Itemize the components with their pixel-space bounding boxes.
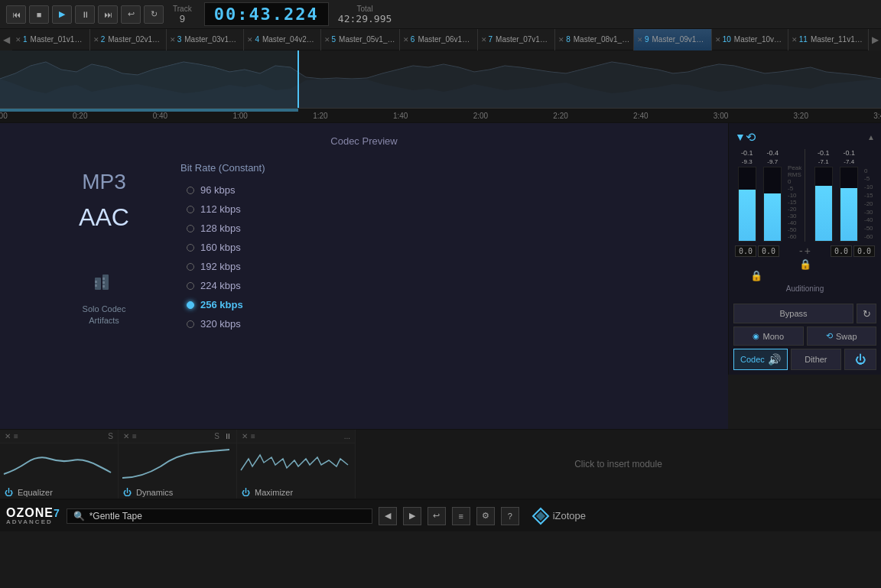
total-label: Total bbox=[357, 5, 373, 13]
track-close-10[interactable]: ✕ bbox=[715, 36, 721, 44]
list-button[interactable]: ≡ bbox=[452, 507, 470, 525]
codec-mp3[interactable]: MP3 bbox=[82, 170, 126, 194]
track-item-2[interactable]: ✕ 2 Master_02v1_T... bbox=[90, 29, 167, 50]
codec-button[interactable]: Codec 🔊 bbox=[733, 349, 788, 370]
bitrate-option-0[interactable]: 96 kbps bbox=[180, 181, 701, 199]
track-scroll-left[interactable]: ◀ bbox=[0, 29, 12, 50]
nav-prev-button[interactable]: ◀ bbox=[379, 507, 397, 525]
bitrate-option-6[interactable]: 256 kbps bbox=[180, 296, 701, 313]
time-mark-4: 1:20 bbox=[313, 112, 327, 120]
meter-lock-left[interactable]: 🔒 bbox=[735, 258, 875, 270]
swap-icon: ⟲ bbox=[826, 331, 833, 341]
refresh-button[interactable]: ↻ bbox=[857, 304, 876, 323]
track-item-6[interactable]: ✕ 6 Master_06v1_D... bbox=[400, 29, 478, 50]
track-close-6[interactable]: ✕ bbox=[403, 36, 409, 44]
meter-collapse-btn[interactable]: ▲ bbox=[867, 133, 875, 141]
stop-button[interactable]: ■ bbox=[29, 5, 49, 24]
module-dynamics-close[interactable]: ✕ bbox=[123, 432, 129, 440]
time-mark-0: 0:00 bbox=[0, 112, 8, 120]
track-item-3[interactable]: ✕ 3 Master_03v1_H... bbox=[167, 29, 245, 50]
track-item-10[interactable]: ✕ 10 Master_10v1_... bbox=[712, 29, 788, 50]
track-num-8: 8 bbox=[566, 35, 571, 44]
module-equalizer-header: ✕ ≡ S bbox=[0, 430, 118, 443]
module-dynamics-pause[interactable]: ⏸ bbox=[224, 432, 232, 440]
meter-bar-l2 bbox=[763, 167, 782, 242]
nav-next-button[interactable]: ▶ bbox=[403, 507, 421, 525]
module-dynamics-menu[interactable]: ≡ bbox=[132, 432, 137, 440]
undo-button[interactable]: ↩ bbox=[427, 507, 446, 525]
insert-module-slot[interactable]: Click to insert module bbox=[356, 430, 881, 499]
power-button[interactable]: ⏻ bbox=[844, 349, 876, 370]
track-item-4[interactable]: ✕ 4 Master_04v2_It... bbox=[244, 29, 320, 50]
maximizer-waveform bbox=[237, 443, 352, 482]
bitrate-dot-3 bbox=[187, 244, 194, 252]
track-scroll-right[interactable]: ▶ bbox=[869, 29, 881, 50]
mono-button[interactable]: ◉ Mono bbox=[733, 326, 804, 346]
track-item-11[interactable]: ✕ 11 Master_11v1_Y... bbox=[788, 29, 869, 50]
bitrate-label-0: 96 kbps bbox=[200, 184, 236, 196]
dither-button[interactable]: Dither bbox=[791, 349, 841, 370]
track-close-3[interactable]: ✕ bbox=[170, 36, 176, 44]
track-close-8[interactable]: ✕ bbox=[558, 36, 564, 44]
module-maximizer-power[interactable]: ⏻ bbox=[242, 488, 250, 497]
meter-bar-l1 bbox=[738, 167, 756, 242]
bitrate-option-5[interactable]: 224 kbps bbox=[180, 277, 701, 294]
bitrate-option-2[interactable]: 128 kbps bbox=[180, 219, 701, 237]
track-close-4[interactable]: ✕ bbox=[247, 36, 253, 44]
swap-button[interactable]: ⟲ Swap bbox=[807, 326, 877, 346]
meter-plus-btn[interactable]: + bbox=[805, 245, 811, 257]
bitrate-option-7[interactable]: 320 kbps bbox=[180, 315, 701, 333]
module-maximizer-settings[interactable]: ... bbox=[344, 432, 350, 440]
track-close-5[interactable]: ✕ bbox=[324, 36, 330, 44]
repeat-button[interactable]: ↻ bbox=[144, 5, 164, 24]
bitrate-dot-2 bbox=[187, 225, 194, 232]
rewind-button[interactable]: ⏮ bbox=[6, 5, 26, 24]
codec-left: MP3 AAC Solo CodecAr bbox=[28, 162, 180, 333]
module-equalizer-menu[interactable]: ≡ bbox=[14, 432, 18, 440]
waveform-container[interactable]: 0:000:200:401:001:201:402:002:202:403:00… bbox=[0, 50, 881, 123]
module-maximizer-menu[interactable]: ≡ bbox=[251, 432, 255, 440]
module-equalizer-settings[interactable]: S bbox=[108, 432, 113, 440]
waveform-canvas bbox=[0, 50, 881, 108]
codec-title: Codec Preview bbox=[12, 135, 716, 147]
track-close-9[interactable]: ✕ bbox=[637, 36, 643, 44]
codec-aac[interactable]: AAC bbox=[79, 203, 129, 232]
loop-button[interactable]: ↩ bbox=[121, 5, 141, 24]
module-equalizer-power[interactable]: ⏻ bbox=[5, 488, 13, 497]
play-button[interactable]: ▶ bbox=[52, 5, 72, 24]
bitrate-option-1[interactable]: 112 kbps bbox=[180, 200, 701, 218]
settings-button[interactable]: ⚙ bbox=[476, 507, 495, 525]
meter-val-r1: 0.0 bbox=[831, 245, 852, 257]
bitrate-option-3[interactable]: 160 kbps bbox=[180, 239, 701, 256]
track-item-7[interactable]: ✕ 7 Master_07v1_C... bbox=[478, 29, 556, 50]
time-ruler[interactable]: 0:000:200:401:001:201:402:002:202:403:00… bbox=[0, 108, 881, 123]
module-equalizer-close[interactable]: ✕ bbox=[5, 432, 11, 440]
module-maximizer-close[interactable]: ✕ bbox=[242, 432, 248, 440]
codec-solo[interactable]: Solo CodecArtifacts bbox=[83, 271, 126, 327]
help-button[interactable]: ? bbox=[501, 507, 519, 525]
izotope-logo: iZotope bbox=[532, 507, 586, 525]
track-close-11[interactable]: ✕ bbox=[792, 36, 798, 44]
module-dynamics-power[interactable]: ⏻ bbox=[123, 488, 132, 497]
track-name-7: Master_07v1_C... bbox=[496, 35, 551, 44]
track-item-5[interactable]: ✕ 5 Master_05v1_Si... bbox=[321, 29, 400, 50]
track-item-1[interactable]: ✕ 1 Master_01v1_C... bbox=[12, 29, 90, 50]
module-equalizer-label: Equalizer bbox=[18, 488, 53, 497]
track-close-2[interactable]: ✕ bbox=[93, 36, 99, 44]
meter-lock-right[interactable]: 🔒 bbox=[750, 270, 762, 281]
track-close-7[interactable]: ✕ bbox=[481, 36, 487, 44]
bitrate-option-4[interactable]: 192 kbps bbox=[180, 258, 701, 275]
pause-button[interactable]: ⏸ bbox=[75, 5, 95, 24]
bitrate-label-6: 256 kbps bbox=[200, 299, 243, 310]
track-item-9[interactable]: ✕ 9 Master_09v1_C... bbox=[634, 29, 712, 50]
search-input[interactable] bbox=[89, 511, 366, 521]
bypass-button[interactable]: Bypass bbox=[733, 304, 853, 323]
module-maximizer-footer: ⏻ Maximizer bbox=[237, 486, 355, 499]
codec-label: Codec bbox=[740, 355, 765, 364]
track-close-1[interactable]: ✕ bbox=[15, 36, 21, 44]
track-num-9: 9 bbox=[645, 35, 649, 44]
meter-minus-btn[interactable]: - bbox=[799, 245, 803, 257]
fast-forward-button[interactable]: ⏭ bbox=[98, 5, 118, 24]
module-dynamics-settings[interactable]: S bbox=[214, 432, 219, 440]
track-item-8[interactable]: ✕ 8 Master_08v1_In... bbox=[555, 29, 634, 50]
